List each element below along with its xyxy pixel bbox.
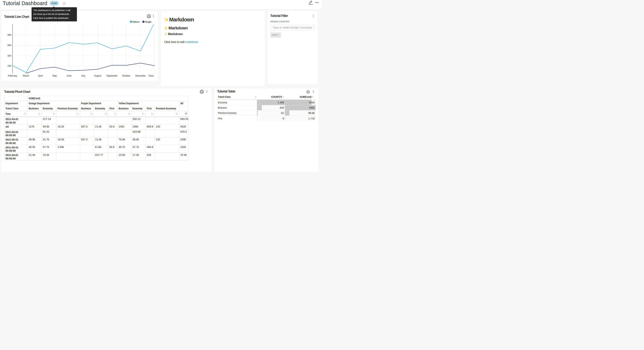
svg-text:April: April — [38, 74, 42, 77]
svg-text:March: March — [23, 74, 29, 77]
svg-text:Dece: Dece — [148, 74, 154, 77]
svg-text:February: February — [8, 74, 17, 77]
svg-text:August: August — [94, 74, 101, 77]
svg-text:July: July — [81, 74, 85, 77]
svg-text:May: May — [52, 74, 57, 77]
svg-text:800: 800 — [8, 34, 11, 36]
svg-text:600: 600 — [8, 44, 11, 46]
svg-text:Single: Single — [145, 20, 151, 23]
svg-text:June: June — [66, 74, 71, 77]
svg-text:400: 400 — [8, 54, 11, 57]
svg-text:November: November — [135, 74, 146, 77]
svg-text:October: October — [122, 74, 130, 77]
svg-text:Return: Return — [132, 20, 140, 23]
svg-text:200: 200 — [8, 65, 11, 67]
svg-text:September: September — [106, 74, 117, 77]
